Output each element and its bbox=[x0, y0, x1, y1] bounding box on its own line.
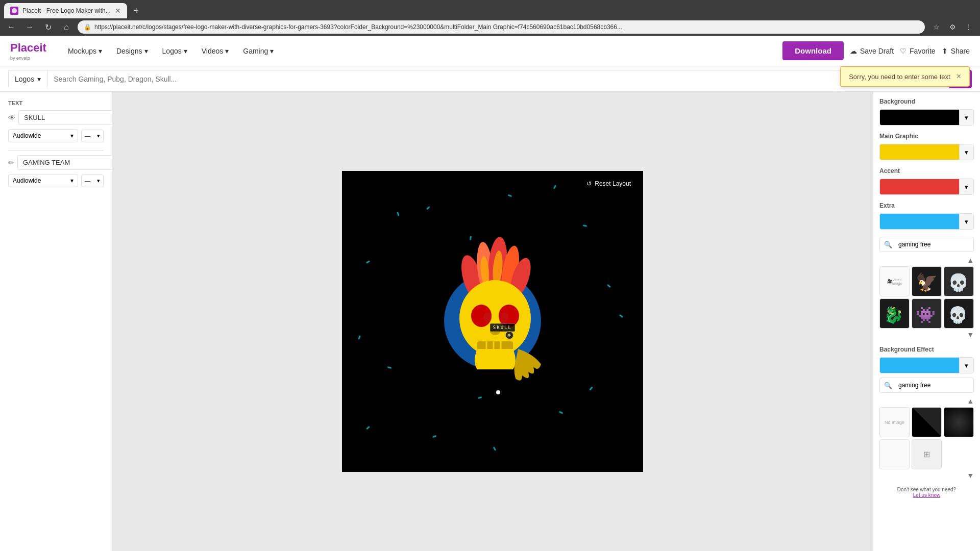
let-us-know-link[interactable]: Let us know bbox=[879, 492, 974, 498]
extra-color-preview bbox=[880, 214, 959, 229]
particle bbox=[477, 396, 482, 399]
bg-effect-item-5[interactable]: ⊞ bbox=[912, 439, 942, 469]
text-section-label: Text bbox=[8, 100, 104, 106]
accent-color-preview bbox=[880, 179, 959, 194]
canvas[interactable]: ↺ Reset Layout bbox=[342, 171, 643, 472]
reload-button[interactable]: ↻ bbox=[41, 20, 55, 34]
forward-button[interactable]: → bbox=[22, 20, 37, 34]
nav-designs[interactable]: Designs ▾ bbox=[110, 44, 154, 58]
new-tab-button[interactable]: + bbox=[129, 4, 143, 18]
tab-bar: Placeit - Free Logo Maker with... ✕ + bbox=[0, 0, 980, 18]
chevron-down-icon: ▾ bbox=[97, 133, 100, 139]
bookmark-icon[interactable]: ☆ bbox=[929, 20, 943, 34]
back-button[interactable]: ← bbox=[4, 20, 18, 34]
extra-color-dropdown[interactable]: ▾ bbox=[959, 214, 973, 229]
text1-visibility-icon[interactable]: 👁 bbox=[8, 114, 15, 122]
particle bbox=[583, 225, 587, 227]
address-bar: ← → ↻ ⌂ 🔒 https://placeit.net/c/logos/st… bbox=[0, 18, 980, 36]
svg-text:🐉: 🐉 bbox=[884, 306, 903, 324]
browser-actions: ☆ ⚙ ⋮ bbox=[929, 20, 976, 34]
text1-size-selector[interactable]: — ▾ bbox=[81, 130, 104, 142]
search-category-selector[interactable]: Logos ▾ bbox=[8, 70, 47, 88]
text2-size-selector[interactable]: — ▾ bbox=[81, 174, 104, 187]
background-color-selector[interactable]: ▾ bbox=[879, 109, 974, 126]
background-effect-color-preview bbox=[880, 358, 959, 373]
logo[interactable]: Placeit by envato bbox=[10, 41, 46, 61]
text1-font-selector[interactable]: Audiowide ▾ bbox=[8, 129, 78, 142]
graphic-item-6[interactable]: 💀 bbox=[944, 298, 974, 329]
background-color-dropdown[interactable]: ▾ bbox=[959, 110, 973, 125]
background-effect-color-selector[interactable]: ▾ bbox=[879, 357, 974, 373]
bg-no-image-item[interactable]: No Image bbox=[879, 407, 910, 437]
particle bbox=[553, 185, 557, 189]
text1-input[interactable] bbox=[18, 110, 112, 125]
graphic-grid: 🎥VideoImage 🦅 💀 🐉 👾 💀 bbox=[879, 266, 974, 329]
background-effect-color-dropdown[interactable]: ▾ bbox=[959, 358, 973, 373]
url-text: https://placeit.net/c/logos/stages/free-… bbox=[94, 23, 919, 31]
nav-logos[interactable]: Logos ▾ bbox=[156, 44, 193, 58]
svg-text:🦅: 🦅 bbox=[916, 271, 938, 293]
scroll-down-button[interactable]: ▼ bbox=[967, 331, 974, 339]
extra-color-selector[interactable]: ▾ bbox=[879, 213, 974, 230]
active-tab[interactable]: Placeit - Free Logo Maker with... ✕ bbox=[4, 3, 127, 18]
bg-scroll-down-button[interactable]: ▼ bbox=[967, 471, 974, 480]
download-button[interactable]: Download bbox=[782, 41, 844, 60]
particle bbox=[432, 435, 437, 438]
text-anchor-handle[interactable] bbox=[496, 390, 500, 394]
graphic-item-2[interactable]: 🦅 bbox=[912, 266, 942, 296]
bg-scroll-up-button[interactable]: ▲ bbox=[967, 397, 974, 405]
skull-text-element[interactable]: SKULL ✥ bbox=[491, 393, 499, 403]
canvas-area: ↺ Reset Layout bbox=[112, 92, 873, 551]
nav-videos[interactable]: Videos ▾ bbox=[195, 44, 235, 58]
text2-font-selector[interactable]: Audiowide ▾ bbox=[8, 174, 78, 187]
favorite-button[interactable]: ♡ Favorite bbox=[900, 47, 936, 55]
graphic-item-3[interactable]: 💀 bbox=[944, 266, 974, 296]
particle bbox=[366, 425, 370, 429]
reset-layout-button[interactable]: ↺ Reset Layout bbox=[580, 177, 637, 190]
main-content: Text 👁 Audiowide ▾ — ▾ ✏ bbox=[0, 92, 980, 551]
chevron-down-icon: ▾ bbox=[70, 177, 74, 184]
home-button[interactable]: ⌂ bbox=[59, 20, 74, 34]
divider bbox=[8, 151, 104, 151]
save-draft-button[interactable]: ☁ Save Draft bbox=[850, 47, 894, 55]
bg-effect-search-input[interactable] bbox=[896, 380, 974, 391]
chevron-down-icon: ▾ bbox=[965, 362, 968, 369]
chevron-down-icon: ▾ bbox=[965, 148, 968, 156]
tab-close-btn[interactable]: ✕ bbox=[115, 7, 121, 15]
text-section: Text 👁 Audiowide ▾ — ▾ ✏ bbox=[8, 100, 104, 187]
graphic-item-5[interactable]: 👾 bbox=[912, 298, 942, 329]
main-graphic-color-dropdown[interactable]: ▾ bbox=[959, 144, 973, 160]
nav-mockups[interactable]: Mockups ▾ bbox=[62, 44, 108, 58]
search-input-wrap bbox=[47, 70, 949, 88]
text-resize-handle[interactable]: ✥ bbox=[505, 331, 513, 339]
background-section-title: Background bbox=[879, 98, 974, 105]
text2-visibility-icon[interactable]: ✏ bbox=[8, 159, 14, 167]
text2-input[interactable] bbox=[17, 155, 112, 170]
main-graphic-color-selector[interactable]: ▾ bbox=[879, 144, 974, 160]
nav-gaming[interactable]: Gaming ▾ bbox=[237, 44, 280, 58]
bg-effect-item-3[interactable] bbox=[944, 407, 974, 437]
svg-point-0 bbox=[12, 8, 17, 13]
accent-color-selector[interactable]: ▾ bbox=[879, 179, 974, 195]
share-button[interactable]: ⬆ Share bbox=[942, 47, 970, 55]
dont-see-text: Don't see what you need? bbox=[879, 487, 974, 492]
particle bbox=[426, 206, 430, 210]
extensions-icon[interactable]: ⚙ bbox=[945, 20, 960, 34]
accent-color-dropdown[interactable]: ▾ bbox=[959, 179, 973, 194]
background-effect-section: Background Effect ▾ 🔍 ▲ No Image bbox=[879, 346, 974, 480]
search-input[interactable] bbox=[47, 71, 949, 87]
graphic-search-input[interactable] bbox=[896, 239, 974, 250]
graphic-item-video[interactable]: 🎥VideoImage bbox=[879, 266, 910, 296]
bg-effect-item-2[interactable] bbox=[912, 407, 942, 437]
menu-icon[interactable]: ⋮ bbox=[962, 20, 976, 34]
graphic-item-4[interactable]: 🐉 bbox=[879, 298, 910, 329]
url-bar[interactable]: 🔒 https://placeit.net/c/logos/stages/fre… bbox=[78, 20, 925, 34]
particle bbox=[619, 314, 623, 318]
main-graphic-section: Main Graphic ▾ bbox=[879, 133, 974, 160]
notification-close-button[interactable]: × bbox=[957, 72, 961, 81]
chevron-down-icon: ▾ bbox=[965, 114, 968, 121]
scroll-up-button[interactable]: ▲ bbox=[967, 256, 974, 264]
tab-title: Placeit - Free Logo Maker with... bbox=[22, 7, 111, 14]
text2-row: ✏ bbox=[8, 155, 104, 170]
bg-effect-item-4[interactable] bbox=[879, 439, 910, 469]
